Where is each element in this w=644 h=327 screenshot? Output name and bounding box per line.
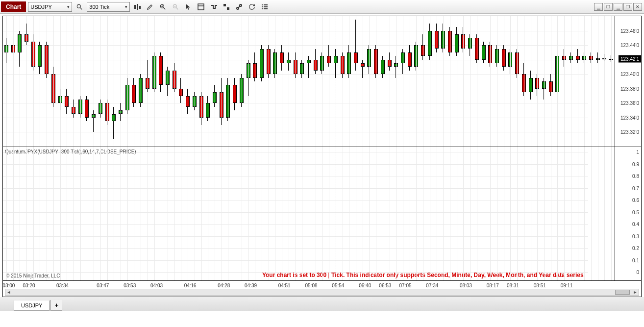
time-tick: 04:28 [218, 283, 230, 288]
time-tick: 06:40 [359, 283, 371, 288]
scroll-right-icon[interactable]: ► [632, 290, 639, 295]
svg-rect-24 [264, 8, 268, 9]
symbol-select[interactable]: USDJPY [28, 2, 72, 12]
svg-rect-12 [198, 4, 204, 10]
svg-line-11 [176, 7, 178, 9]
time-tick: 07:05 [399, 283, 411, 288]
chart-container: 123.46'0123.44'0123.42'1123.40'0123.38'0… [2, 16, 642, 297]
time-tick: 04:51 [278, 283, 291, 288]
time-tick: 03:47 [97, 283, 109, 288]
svg-rect-23 [262, 8, 263, 9]
svg-point-0 [77, 4, 81, 8]
window-controls: ▁ ❐ ▁ ❐ ✕ [594, 3, 642, 11]
indicator-tick: 0.4 [632, 222, 639, 227]
scroll-thumb[interactable] [615, 290, 630, 295]
svg-rect-14 [223, 4, 226, 6]
data-window-icon[interactable] [196, 1, 206, 12]
min2-button[interactable]: ▁ [614, 3, 622, 11]
connect-icon[interactable] [234, 1, 245, 12]
zoom-out-icon[interactable] [170, 1, 181, 12]
time-tick: 08:51 [534, 283, 546, 288]
svg-rect-19 [262, 4, 263, 5]
time-tick: 05:54 [332, 283, 344, 288]
indicator-tick: 0.9 [632, 161, 639, 167]
time-tick: 04:16 [184, 283, 197, 288]
price-tick: 123.44'0 [620, 43, 639, 48]
indicator-tick: 0.8 [632, 174, 639, 179]
interval-select[interactable]: 300 Tick [87, 2, 130, 12]
svg-rect-22 [264, 6, 268, 7]
time-tick: 07:34 [426, 283, 438, 288]
indicator-tick: 0 [636, 270, 639, 275]
price-tick: 123.40'0 [620, 72, 639, 77]
price-tick: 123.46'0 [620, 28, 639, 33]
toolbar: Chart USDJPY 300 Tick ▁ ❐ ▁ ❐ ✕ [0, 0, 644, 14]
time-tick: 08:31 [507, 283, 519, 288]
time-tick: 03:00 [2, 283, 15, 288]
blocks-icon[interactable] [221, 1, 232, 12]
search-icon[interactable] [74, 1, 85, 12]
svg-rect-20 [264, 4, 268, 5]
price-tick: 123.34'0 [620, 115, 639, 120]
indicator-pane[interactable]: QuantumJPYX(USDJPY (300 Tick),60,14,7,CL… [3, 147, 641, 281]
warning-text: Your chart is set to 300 | Tick. This in… [262, 272, 585, 278]
time-tick: 04:39 [245, 283, 257, 288]
time-tick: 09:11 [561, 283, 573, 288]
time-scrollbar[interactable]: ◄ ► [5, 289, 639, 296]
indicator-y-axis[interactable]: 10.90.80.70.60.50.40.30.20.10 [615, 147, 641, 281]
svg-line-18 [238, 6, 240, 8]
svg-rect-21 [262, 6, 263, 7]
properties-icon[interactable] [259, 1, 270, 12]
indicator-tick: 0.1 [632, 257, 639, 263]
max2-button[interactable]: ❐ [623, 3, 632, 11]
refresh-icon[interactable] [247, 1, 257, 12]
tab-bar: USDJPY + [0, 297, 644, 311]
time-tick: 05:08 [305, 283, 317, 288]
draw-icon[interactable] [145, 1, 155, 12]
tab-usdjpy[interactable]: USDJPY [14, 301, 50, 311]
time-tick: 03:20 [23, 283, 35, 288]
time-axis[interactable]: 03:0003:2003:3403:4703:5304:0304:1604:28… [3, 280, 641, 297]
price-tick: 123.38'0 [620, 86, 639, 91]
step-icon[interactable] [208, 1, 219, 12]
svg-line-1 [80, 7, 82, 9]
max1-button[interactable]: ❐ [604, 3, 613, 11]
add-tab-button[interactable]: + [50, 300, 62, 311]
indicator-tick: 0.7 [632, 185, 639, 191]
min1-button[interactable]: ▁ [594, 3, 603, 11]
time-tick: 08:03 [460, 283, 472, 288]
scroll-left-icon[interactable]: ◄ [5, 290, 12, 295]
current-price-label: 123.42'1 [619, 55, 641, 63]
indicator-tick: 0.3 [632, 233, 639, 239]
svg-rect-3 [137, 4, 138, 10]
time-tick: 08:17 [487, 283, 499, 288]
indicator-tick: 0.5 [632, 209, 639, 215]
time-tick: 06:53 [379, 283, 391, 288]
svg-rect-2 [134, 5, 136, 9]
zoom-in-icon[interactable] [157, 1, 168, 12]
price-y-axis[interactable]: 123.46'0123.44'0123.42'1123.40'0123.38'0… [615, 16, 641, 147]
indicator-tick: 0.6 [632, 198, 639, 203]
indicator-tick: 0.2 [632, 246, 639, 251]
cursor-icon[interactable] [183, 1, 194, 12]
price-pane[interactable]: 123.46'0123.44'0123.42'1123.40'0123.38'0… [3, 16, 641, 147]
candles-icon[interactable] [132, 1, 143, 12]
svg-rect-4 [139, 6, 141, 9]
chart-title-badge: Chart [1, 1, 26, 12]
svg-line-8 [164, 7, 166, 9]
time-tick: 04:03 [150, 283, 163, 288]
time-tick: 03:34 [56, 283, 69, 288]
svg-rect-15 [227, 7, 229, 10]
price-tick: 123.36'0 [620, 101, 639, 106]
close-button[interactable]: ✕ [633, 3, 642, 11]
indicator-tick: 1 [636, 150, 639, 155]
price-tick: 123.32'0 [620, 129, 639, 135]
time-tick: 03:53 [124, 283, 136, 288]
